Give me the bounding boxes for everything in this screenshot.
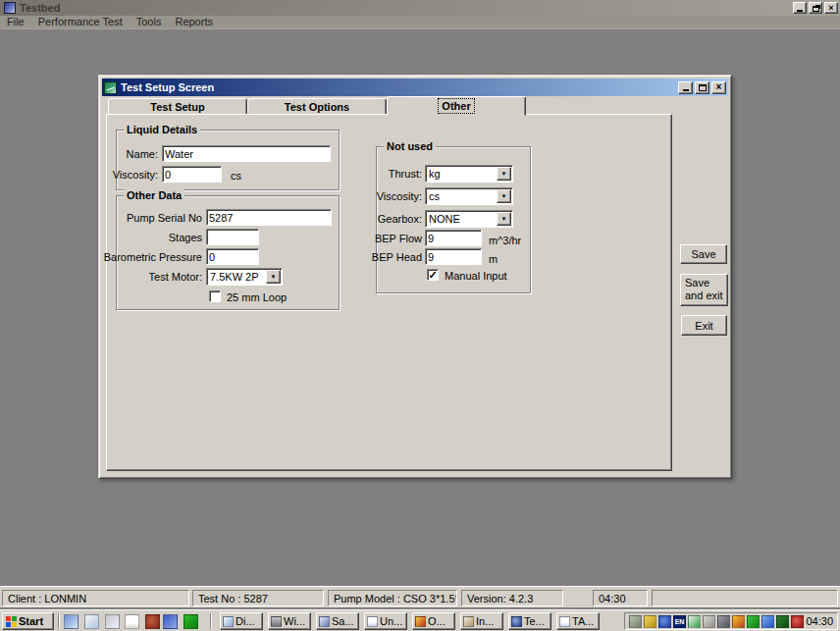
test-setup-dialog: Test Setup Screen × Test Setup Test Opti… (98, 75, 732, 479)
dialog-minimize-button[interactable] (678, 81, 693, 94)
tray-network-grid-icon[interactable] (776, 615, 789, 628)
stages-input[interactable] (206, 229, 259, 245)
manual-input-checkbox[interactable]: ✓ (427, 269, 439, 281)
notused-viscosity-combo[interactable]: cs ▼ (425, 187, 513, 205)
save-button[interactable]: Save (680, 244, 727, 264)
bep-head-unit: m (489, 253, 498, 265)
quicklaunch-document-icon[interactable] (125, 614, 139, 629)
quicklaunch-search-icon[interactable] (84, 614, 99, 629)
quicklaunch-window-icon[interactable] (105, 614, 120, 629)
dialog-titlebar: Test Setup Screen × (102, 79, 728, 96)
tray-device-icon[interactable] (629, 615, 642, 628)
test-motor-label: Test Motor: (149, 271, 202, 283)
exit-button[interactable]: Exit (681, 315, 727, 336)
gearbox-combo[interactable]: NONE ▼ (425, 210, 513, 228)
tray-volume-icon[interactable] (644, 615, 656, 628)
start-button[interactable]: Start (2, 612, 54, 630)
tab-page-other: Liquid Details Name: Viscosity: cs Other… (106, 114, 672, 471)
menu-file[interactable]: File (0, 16, 31, 28)
restore-icon (813, 6, 819, 12)
task-button-1[interactable]: Di... (220, 612, 263, 630)
dialog-icon (104, 81, 117, 94)
tray-connection-icon[interactable] (717, 615, 730, 628)
bep-flow-input[interactable] (425, 230, 482, 246)
maximize-icon (699, 84, 707, 91)
restore-button[interactable] (809, 2, 822, 14)
tray-network-globe-icon[interactable] (658, 615, 671, 628)
chevron-down-icon[interactable]: ▼ (266, 270, 281, 284)
manual-input-label: Manual Input (445, 270, 507, 282)
liquid-viscosity-label: Viscosity: (113, 169, 158, 181)
tray-app-icon[interactable] (791, 615, 804, 628)
menu-reports[interactable]: Reports (168, 16, 220, 28)
liquid-name-input[interactable] (162, 145, 331, 162)
quicklaunch-app-icon[interactable] (145, 614, 160, 629)
not-used-legend: Not used (384, 140, 436, 152)
task-button-3[interactable]: Sa... (316, 612, 359, 630)
other-data-group: Other Data Pump Serial No Stages Baromet… (116, 195, 340, 310)
chevron-down-icon[interactable]: ▼ (497, 167, 511, 181)
status-pump-model: Pump Model : CSO 3*1.5*6 (328, 590, 457, 606)
thrust-combo[interactable]: kg ▼ (425, 165, 513, 183)
spreadsheet-icon (415, 616, 426, 627)
tray-messenger-icon[interactable] (761, 615, 774, 628)
chevron-down-icon[interactable]: ▼ (497, 212, 511, 226)
tray-display-icon[interactable] (703, 615, 715, 628)
loop-checkbox-label: 25 mm Loop (227, 291, 287, 303)
close-button[interactable]: × (824, 2, 838, 14)
status-client: Client : LONMIN (2, 590, 189, 606)
bep-head-label: BEP Head (372, 251, 422, 263)
pump-serial-label: Pump Serial No (127, 212, 202, 224)
other-data-legend: Other Data (124, 189, 184, 201)
liquid-details-legend: Liquid Details (124, 124, 200, 135)
quicklaunch-show-desktop-icon[interactable] (64, 614, 79, 629)
system-tray: EN 04:30 (624, 612, 838, 630)
close-icon: × (716, 82, 722, 92)
status-empty-panel (652, 590, 838, 606)
task-button-4[interactable]: Un... (364, 612, 407, 630)
save-and-exit-button[interactable]: Save and exit (680, 274, 728, 306)
dialog-close-button[interactable]: × (711, 81, 726, 94)
tab-other[interactable]: Other (387, 96, 526, 116)
tab-test-options[interactable]: Test Options (247, 98, 387, 115)
tab-test-setup[interactable]: Test Setup (108, 98, 247, 115)
start-label: Start (19, 615, 43, 627)
menu-tools[interactable]: Tools (130, 16, 169, 28)
testbed-app-icon (511, 616, 522, 627)
tray-language-indicator[interactable]: EN (673, 615, 686, 628)
main-titlebar: Testbed × (0, 0, 840, 16)
loop-checkbox[interactable] (209, 290, 221, 302)
pump-serial-input[interactable] (206, 209, 332, 226)
not-used-group: Not used Thrust: kg ▼ Viscosity: cs ▼ Ge… (376, 146, 531, 293)
test-motor-combo[interactable]: 7.5KW 2P ▼ (206, 268, 283, 286)
close-icon: × (828, 4, 833, 13)
bep-flow-label: BEP Flow (375, 233, 422, 244)
quicklaunch-messenger-icon[interactable] (184, 614, 198, 629)
tray-scheduler-icon[interactable] (688, 615, 701, 628)
bep-head-input[interactable] (425, 248, 482, 265)
status-time: 04:30 (593, 590, 648, 606)
minimize-button[interactable] (793, 2, 807, 14)
task-button-7[interactable]: Te... (508, 612, 551, 630)
search-icon (223, 616, 234, 627)
menu-performance-test[interactable]: Performance Test (31, 16, 130, 28)
dialog-title: Test Setup Screen (121, 81, 214, 93)
task-button-5[interactable]: O... (412, 612, 455, 630)
quicklaunch-media-icon[interactable] (163, 614, 178, 629)
gearbox-label: Gearbox: (378, 213, 422, 225)
liquid-viscosity-input[interactable] (162, 166, 222, 183)
tray-chart-icon[interactable] (732, 615, 745, 628)
task-button-6[interactable]: In... (460, 612, 503, 630)
task-button-8[interactable]: TA... (556, 612, 600, 630)
dialog-maximize-button[interactable] (695, 81, 709, 94)
bep-flow-unit: m^3/hr (489, 235, 521, 246)
taskbar-clock: 04:30 (806, 615, 833, 627)
minimize-icon (683, 89, 689, 91)
barometric-pressure-label: Barometric Pressure (104, 251, 202, 263)
testbed-app-icon (4, 2, 16, 14)
task-button-2[interactable]: Wi... (268, 612, 311, 630)
liquid-details-group: Liquid Details Name: Viscosity: cs (116, 130, 340, 190)
barometric-pressure-input[interactable] (206, 248, 259, 265)
tray-antivirus-icon[interactable] (747, 615, 760, 628)
chevron-down-icon[interactable]: ▼ (497, 189, 511, 203)
